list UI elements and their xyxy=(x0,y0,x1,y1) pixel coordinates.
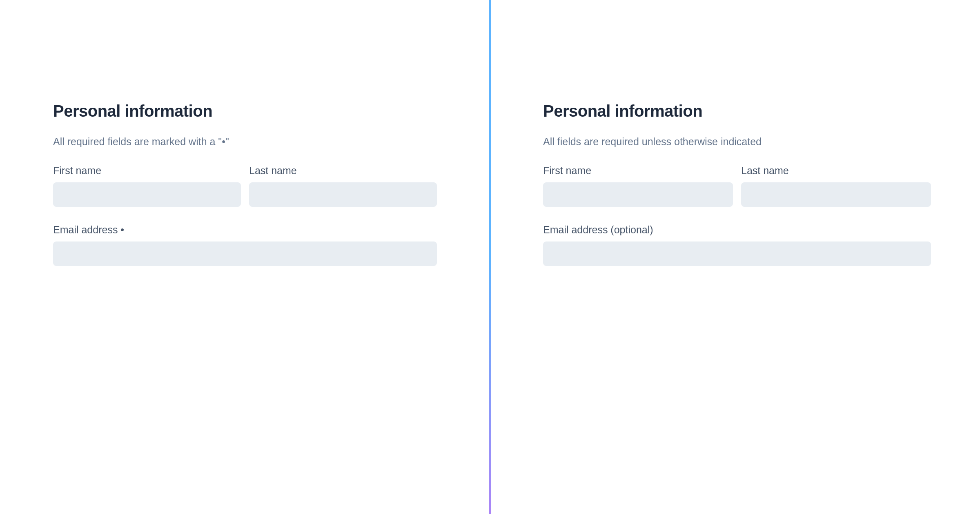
vertical-divider xyxy=(490,0,491,514)
email-field: Email address (optional) xyxy=(543,224,931,266)
last-name-field: Last name xyxy=(249,165,437,207)
email-label: Email address (optional) xyxy=(543,224,931,236)
last-name-input[interactable] xyxy=(741,182,931,207)
last-name-input[interactable] xyxy=(249,182,437,207)
first-name-field: First name xyxy=(543,165,733,207)
first-name-label: First name xyxy=(53,165,241,177)
form-panel-right: Personal information All fields are requ… xyxy=(490,0,980,514)
last-name-label: Last name xyxy=(741,165,931,177)
email-field: Email address • xyxy=(53,224,437,266)
form-helper-text: All fields are required unless otherwise… xyxy=(543,136,931,148)
first-name-input[interactable] xyxy=(53,182,241,207)
form-helper-text: All required fields are marked with a "•… xyxy=(53,136,437,148)
form-heading: Personal information xyxy=(53,102,437,120)
first-name-input[interactable] xyxy=(543,182,733,207)
email-input[interactable] xyxy=(543,241,931,266)
name-row: First name Last name xyxy=(53,165,437,207)
email-label: Email address • xyxy=(53,224,437,236)
first-name-field: First name xyxy=(53,165,241,207)
last-name-field: Last name xyxy=(741,165,931,207)
first-name-label: First name xyxy=(543,165,733,177)
form-heading: Personal information xyxy=(543,102,931,120)
email-input[interactable] xyxy=(53,241,437,266)
last-name-label: Last name xyxy=(249,165,437,177)
form-panel-left: Personal information All required fields… xyxy=(0,0,490,514)
name-row: First name Last name xyxy=(543,165,931,207)
